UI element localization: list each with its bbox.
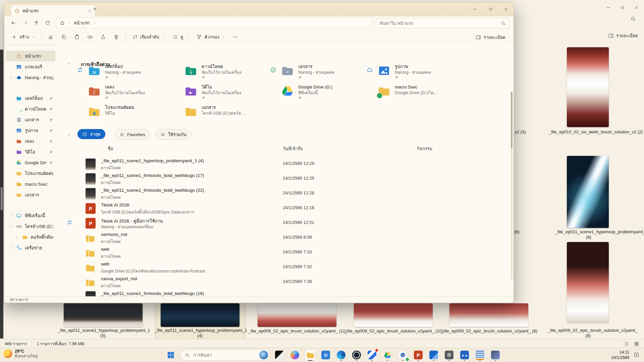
bg-search-icon[interactable]: [630, 16, 636, 22]
content-scrollbar[interactable]: [511, 92, 513, 279]
paste-button[interactable]: [71, 32, 83, 42]
column-header-date[interactable]: วันที่เข้าถึง: [283, 145, 303, 152]
copy-button[interactable]: [58, 32, 70, 42]
file-row[interactable]: _file_ep011_scene1_frmtovdo_bold_teethbu…: [78, 290, 503, 297]
collapse-recent-icon[interactable]: [67, 132, 71, 137]
thumbnail-xray-teeth[interactable]: [567, 156, 609, 228]
tab-favorites[interactable]: Favorites: [114, 129, 150, 140]
bg-list-view-icon[interactable]: [624, 341, 629, 347]
thumbnail-bottom-3[interactable]: [258, 303, 336, 327]
taskbar-notes-app[interactable]: [474, 349, 486, 361]
taskbar-search-box[interactable]: [180, 349, 270, 361]
quick-tile-desktop[interactable]: ▤ เดสก์ท็อปNarong - ส่วนบุคคล: [88, 64, 179, 80]
taskbar-clock[interactable]: 14:11 24/1/2569: [611, 350, 629, 360]
sidebar-item-downloads[interactable]: ดาวน์โหลด: [6, 104, 55, 114]
breadcrumb-home-icon[interactable]: [60, 20, 65, 25]
rename-button[interactable]: [84, 32, 96, 42]
bg-grid-view-icon[interactable]: [634, 341, 639, 347]
thumbnail-bottom-1[interactable]: [64, 303, 143, 327]
details-pane-toggle[interactable]: รายละเอียด: [473, 32, 508, 43]
edge-scrollbar-thumb[interactable]: [1, 187, 3, 210]
cut-button[interactable]: [45, 32, 57, 42]
thumbnail-bottom-2-selected[interactable]: [161, 303, 239, 327]
taskbar-edge[interactable]: [335, 349, 347, 361]
notification-pen-icon[interactable]: [634, 352, 639, 358]
thumbnail-six-teeth[interactable]: [567, 47, 609, 127]
bg-details-toggle[interactable]: รายละเอียด: [608, 32, 638, 39]
chevron-down-icon[interactable]: [9, 225, 13, 228]
quick-tile-google-drive[interactable]: Google Drive (G:)พีซีเครื่องนี้: [281, 84, 372, 101]
thumbnail-denture[interactable]: [567, 242, 609, 322]
column-header-activity[interactable]: กิจกรรม: [417, 145, 432, 152]
file-row[interactable]: _file_ep011_scene1_frmtovdo_bold_teethbu…: [78, 187, 503, 201]
new-button[interactable]: สร้าง: [8, 32, 38, 43]
taskbar-powerpoint[interactable]: P: [413, 349, 424, 361]
quick-tile-downloads[interactable]: ↓ ดาวน์โหลดจัดเก็บไว้ภายในเครื่อง: [184, 64, 275, 80]
file-row[interactable]: P Tiktok Ai 2026ไดรฟ์ USB (D:)\ดอร์สติ๊ก…: [78, 201, 503, 216]
sidebar-item-onedrive[interactable]: Narong - ส่วนบุคคล: [6, 72, 55, 83]
file-row[interactable]: canva_export_mdดาวน์โหลด24/1/2569 7:26: [78, 275, 503, 290]
file-row[interactable]: P Tiktok Ai 2026 - คู่มือการใช้งานNarong…: [78, 216, 503, 231]
sidebar-item-usb-child-folder[interactable]: ดอร์สติ๊กต๊อก2026: [6, 232, 55, 242]
forward-button[interactable]: [19, 18, 31, 28]
taskbar-search-input[interactable]: [193, 352, 244, 358]
breadcrumb-item[interactable]: หน้าแรก: [74, 19, 90, 26]
back-button[interactable]: [8, 18, 19, 28]
taskbar-photos-app[interactable]: [274, 349, 285, 361]
taskbar-video-editor[interactable]: [366, 349, 378, 361]
file-row[interactable]: _file_ep011_scene1_hyperloop_problemyaml…: [78, 157, 503, 172]
file-row[interactable]: sermons_mdดาวน์โหลด24/1/2569 8:08: [78, 231, 503, 246]
quick-tile-macro-5sec[interactable]: ✓ macro 5secGoogle Drive (G:)\ได...: [377, 84, 469, 101]
file-row[interactable]: webGoogle Drive (G:)\ไดรฟ์ของฉัน\source …: [78, 260, 503, 275]
quick-tile-documents[interactable]: ≡ เอกสารNarong - ส่วนบุคคล: [281, 64, 372, 80]
view-button[interactable]: ดู: [169, 32, 192, 43]
sidebar-item-google-drive[interactable]: Google Drive (G:: [6, 157, 55, 168]
close-button[interactable]: [498, 2, 514, 16]
share-button[interactable]: [97, 32, 109, 42]
sidebar-item-macro-5sec[interactable]: macro 5sec: [6, 179, 55, 189]
taskbar-chrome[interactable]: [397, 349, 409, 361]
breadcrumb[interactable]: หน้าแรก: [56, 17, 372, 28]
tab-home[interactable]: หน้าแรก: [11, 5, 95, 16]
more-options-button[interactable]: [229, 32, 241, 42]
sidebar-item-videos[interactable]: วิดีโอ: [6, 146, 55, 157]
thumbnail-bottom-4[interactable]: [354, 303, 433, 327]
file-row[interactable]: _file_ep011_scene1_frmtovdo_bold_teethbu…: [78, 172, 503, 187]
sidebar-item-usb-drive[interactable]: ไดรฟ์ USB (D:): [6, 221, 55, 232]
chevron-right-icon[interactable]: [9, 214, 13, 218]
sidebar-item-documents[interactable]: เอกสาร: [6, 114, 55, 125]
chevron-right-icon[interactable]: [9, 246, 13, 250]
explorer-search-box[interactable]: [376, 18, 509, 28]
filter-button[interactable]: ตัวกรอง: [193, 32, 228, 43]
search-icon[interactable]: [501, 21, 506, 26]
quick-tile-editing-program[interactable]: ♟ โปรแกรมตัดต่อวิดีโอ: [88, 105, 179, 121]
refresh-button[interactable]: [42, 18, 53, 28]
taskbar-obs[interactable]: [351, 349, 362, 361]
taskbar-weather-widget[interactable]: 29°C มีเมฆส่วนใหญ่: [3, 349, 38, 358]
taskbar-misc-app[interactable]: [490, 349, 501, 361]
tab-recent[interactable]: ล่าสุด: [77, 129, 105, 139]
thumbnail-bottom-5[interactable]: [449, 303, 528, 327]
sidebar-item-editing-folder[interactable]: โปรแกรมตัดต่อ: [6, 168, 55, 179]
column-header-name[interactable]: ชื่อ: [108, 145, 113, 152]
bg-minimize-button[interactable]: [600, 1, 616, 14]
chevron-right-icon[interactable]: [15, 235, 19, 239]
taskbar-snip-app[interactable]: [428, 349, 439, 361]
new-tab-button[interactable]: [92, 6, 97, 11]
quick-tile-music[interactable]: ♪ เพลงจัดเก็บไว้ภายในเครื่อง: [88, 84, 179, 101]
sidebar-item-documents-usb[interactable]: เอกสาร: [6, 189, 55, 200]
chevron-right-icon[interactable]: [9, 76, 13, 79]
sidebar-item-music[interactable]: เพลง: [6, 136, 55, 146]
start-button[interactable]: [165, 349, 176, 361]
taskbar-mountain-app[interactable]: ▲▲: [459, 349, 470, 361]
sidebar-item-network[interactable]: เครือข่าย: [6, 242, 55, 253]
up-button[interactable]: [31, 18, 42, 28]
bg-close-button[interactable]: [629, 1, 644, 14]
bg-maximize-button[interactable]: [614, 1, 630, 14]
quick-tile-documents-usb[interactable]: เอกสารไดรฟ์ USB (D:)\ดอร์ส...: [184, 105, 275, 121]
sidebar-item-home[interactable]: หน้าแรก: [6, 51, 55, 61]
collapse-quick-access-icon[interactable]: [67, 61, 71, 66]
sidebar-item-desktop[interactable]: เดสก์ท็อป: [6, 93, 55, 104]
file-row[interactable]: webดาวน์โหลด24/1/2569 7:33: [78, 246, 503, 260]
sidebar-item-this-pc[interactable]: พีซีเครื่องนี้: [6, 210, 55, 221]
